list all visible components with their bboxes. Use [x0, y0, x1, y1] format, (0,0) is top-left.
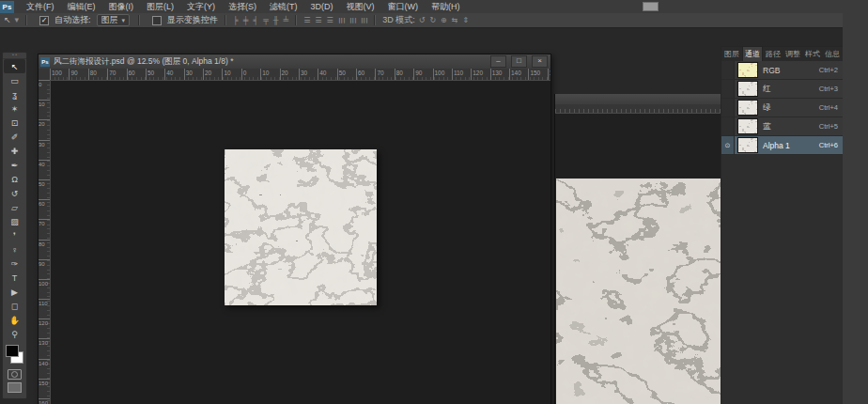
close-button[interactable]: × — [532, 55, 548, 68]
ruler-label: 140 — [509, 69, 528, 80]
tool-button[interactable]: ✚ — [3, 144, 26, 158]
3d-mode-icon[interactable]: ↻ — [429, 13, 436, 27]
menu-item[interactable]: 滤镜(T) — [263, 0, 304, 13]
panel-tab[interactable]: 路径 — [764, 47, 783, 61]
ruler-label: 150 — [39, 379, 50, 398]
panel-tab[interactable]: 调整 — [783, 47, 802, 61]
channel-row[interactable]: ⊙ 蓝 Ctrl+5 — [721, 117, 843, 136]
screen-mode-button[interactable] — [8, 382, 22, 393]
tool-button[interactable]: ✑ — [3, 256, 26, 271]
channel-thumbnail[interactable] — [737, 100, 758, 116]
tool-button[interactable]: ✶ — [3, 101, 26, 116]
photoshop-app: Ps 文件(F)编辑(E)图像(I)图层(L)文字(Y)选择(S)滤镜(T)3D… — [0, 0, 868, 404]
ruler-label: 30 — [299, 69, 318, 80]
tool-button[interactable]: ▭ — [3, 73, 26, 87]
tool-options-bar: ↖ ▾ ✓ 自动选择: 图层 ▾ 显示变换控件 ╞╪╡╤╫╧ ☰☰☰☰☰☰ 3D… — [0, 13, 868, 28]
channel-row[interactable]: ⊙ 绿 Ctrl+4 — [721, 99, 843, 117]
channel-thumbnail[interactable] — [737, 137, 758, 153]
show-transform-checkbox[interactable] — [152, 16, 162, 25]
chevron-down-icon: ▾ — [122, 17, 126, 24]
tool-button[interactable]: ♀ — [3, 242, 26, 256]
visibility-cell[interactable]: ⊙ — [721, 80, 735, 98]
foreground-color-swatch[interactable] — [6, 345, 19, 357]
canvas-area[interactable] — [51, 81, 550, 404]
3d-mode-icon[interactable]: ⇕ — [463, 13, 470, 27]
tool-button[interactable]: ✒ — [3, 158, 26, 172]
tool-button[interactable]: ▱ — [3, 200, 26, 214]
channel-thumbnail[interactable] — [737, 62, 758, 78]
tool-button[interactable]: Ω — [3, 172, 26, 186]
menu-item[interactable]: 文字(Y) — [180, 0, 222, 13]
auto-select-target-value: 图层 — [101, 14, 118, 26]
ruler-label: 60 — [127, 69, 146, 80]
secondary-horizontal-ruler — [555, 104, 730, 114]
align-icon[interactable]: ╫ — [273, 13, 279, 27]
tool-button[interactable]: ʓ — [3, 87, 26, 101]
menu-item[interactable]: 图层(L) — [140, 0, 180, 13]
menu-item[interactable]: 帮助(H) — [425, 0, 467, 13]
menu-item[interactable]: 3D(D) — [304, 0, 340, 13]
ruler-label: 110 — [39, 299, 50, 319]
visibility-cell[interactable]: ⊙ — [721, 61, 735, 79]
channel-thumbnail[interactable] — [737, 81, 758, 97]
vertical-ruler: 0102030405060708090100110120130140150160… — [39, 80, 51, 404]
move-tool-icon[interactable]: ↖ — [4, 13, 11, 27]
tool-button[interactable]: ✋ — [3, 313, 26, 327]
tool-preset-arrow-icon[interactable]: ▾ — [15, 13, 20, 27]
panel-grip[interactable]: • • — [3, 53, 26, 59]
3d-mode-icon[interactable]: ⇆ — [452, 13, 458, 27]
align-icon[interactable]: ╪ — [243, 13, 249, 27]
panel-tab[interactable]: 图层 — [722, 47, 741, 61]
visibility-cell[interactable]: ⊙ — [721, 99, 735, 117]
3d-mode-icon[interactable]: ↺ — [419, 13, 426, 27]
tool-button[interactable]: ❜ — [3, 228, 26, 242]
distribute-icon[interactable]: ☰ — [315, 13, 321, 27]
visibility-cell[interactable]: ⊙ — [721, 117, 735, 135]
minimize-button[interactable]: – — [490, 55, 506, 68]
panel-tab[interactable]: 通道 — [742, 46, 763, 61]
tool-button[interactable]: ↺ — [3, 186, 26, 200]
align-icon[interactable]: ╤ — [263, 13, 269, 27]
tool-button[interactable]: ▶ — [3, 285, 26, 299]
menu-item[interactable]: 编辑(E) — [61, 0, 102, 13]
menu-item[interactable]: 窗口(W) — [381, 0, 426, 13]
channel-thumbnail[interactable] — [737, 118, 758, 134]
channel-row[interactable]: ⊙ 红 Ctrl+3 — [721, 80, 843, 99]
panel-tab[interactable]: 样式 — [803, 47, 822, 61]
ruler-label: 0 — [241, 69, 260, 80]
document-title-bar[interactable]: Ps 风二街海报设计.psd @ 12.5% (图层 0, Alpha 1/8)… — [39, 54, 550, 70]
menu-item[interactable]: 选择(S) — [222, 0, 263, 13]
ruler-label: 70 — [375, 69, 394, 80]
channel-row[interactable]: ⊙ Alpha 1 Ctrl+6 — [721, 136, 843, 155]
auto-select-checkbox[interactable]: ✓ — [39, 16, 49, 25]
tool-button[interactable]: ⚲ — [3, 327, 26, 341]
quick-mask-button[interactable] — [8, 369, 22, 380]
3d-mode-icon[interactable]: ⊕ — [441, 13, 447, 27]
ruler-label: 140 — [39, 359, 50, 379]
align-icon[interactable]: ╧ — [283, 13, 288, 27]
align-icon[interactable]: ╡ — [253, 13, 258, 27]
tool-button[interactable]: ⊡ — [3, 116, 26, 130]
tool-button[interactable]: ◻ — [3, 299, 26, 313]
channel-row[interactable]: ⊙ RGB Ctrl+2 — [721, 61, 843, 80]
tool-button[interactable]: ↖ — [4, 59, 25, 73]
align-icon[interactable]: ╞ — [233, 13, 239, 27]
visibility-cell[interactable]: ⊙ — [721, 136, 735, 154]
marble-texture-image[interactable] — [225, 149, 377, 305]
menu-item[interactable]: 视图(V) — [340, 0, 381, 13]
panel-tab[interactable]: 信息 — [823, 47, 842, 61]
distribute-icon[interactable]: ☰ — [326, 13, 333, 27]
distribute-icon[interactable]: ☰ — [303, 13, 310, 27]
auto-select-target-dropdown[interactable]: 图层 ▾ — [97, 14, 131, 26]
tool-button[interactable]: ✐ — [3, 130, 26, 144]
tool-button[interactable]: ▨ — [3, 214, 26, 228]
distribute-icon[interactable]: ☰ — [357, 17, 371, 23]
ruler-label: 50 — [39, 179, 50, 199]
show-transform-label: 显示变换控件 — [167, 14, 218, 26]
maximize-button[interactable]: □ — [511, 55, 527, 68]
tool-button[interactable]: T — [3, 271, 26, 285]
menu-item[interactable]: 文件(F) — [20, 0, 61, 13]
menu-item[interactable]: 图像(I) — [102, 0, 141, 13]
window-control-fragment[interactable] — [643, 2, 659, 11]
secondary-marble-texture-image[interactable] — [556, 179, 730, 404]
